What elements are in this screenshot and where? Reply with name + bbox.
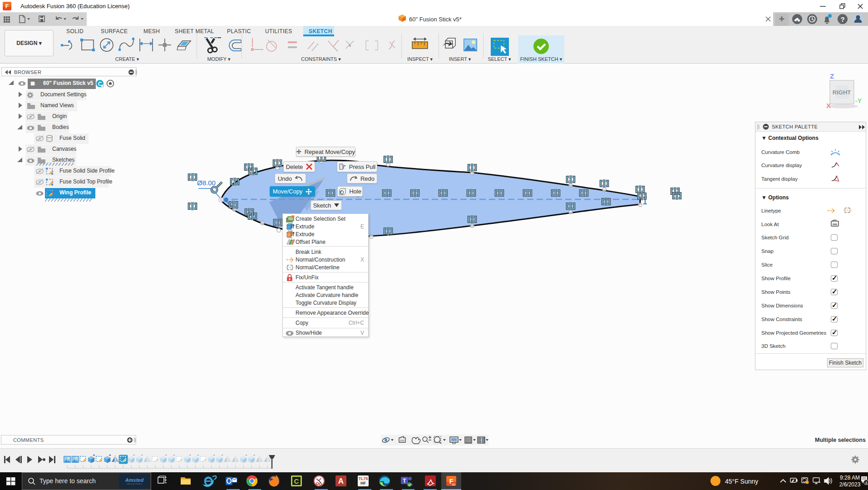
- svg-text:Ø8.00: Ø8.00: [197, 179, 216, 187]
- svg-text:Z: Z: [830, 72, 834, 80]
- svg-text:-Y: -Y: [855, 97, 862, 104]
- svg-text:X: X: [826, 102, 831, 109]
- svg-text:?: ?: [840, 15, 844, 23]
- svg-text:F: F: [5, 3, 9, 10]
- svg-text:RIGHT: RIGHT: [833, 89, 851, 96]
